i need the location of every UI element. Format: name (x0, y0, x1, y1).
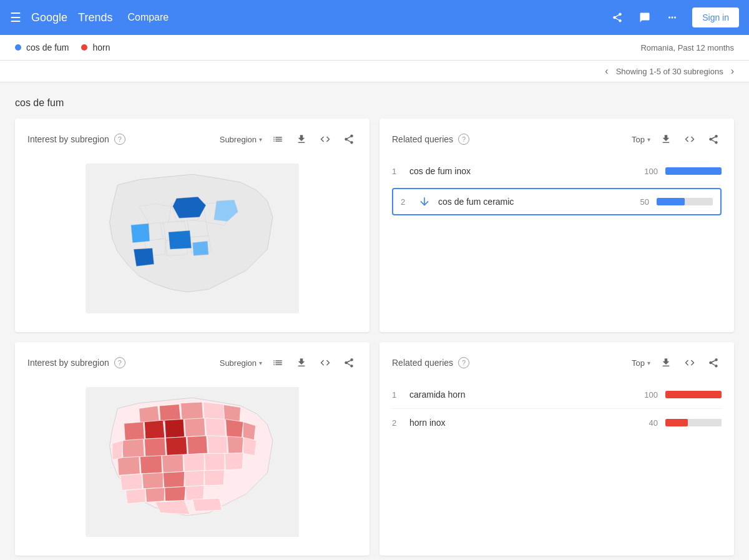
term1-dot (15, 44, 21, 51)
bar-fill-2-1 (665, 391, 722, 398)
map-card-2-title: Interest by subregion (27, 358, 109, 368)
map-2 (27, 381, 357, 543)
query-text-1-1[interactable]: cos de fum inox (409, 166, 632, 176)
menu-icon[interactable]: ☰ (10, 10, 21, 25)
query-score-1-2: 50 (630, 197, 649, 207)
bar-2-1 (665, 391, 722, 398)
embed-icon-2[interactable] (317, 355, 333, 371)
subregion-dropdown-1[interactable]: Subregion ▾ (220, 135, 262, 144)
notifications-icon[interactable] (637, 10, 652, 25)
download-queries-2[interactable] (658, 355, 674, 371)
query-item-2-1: 1 caramida horn 100 (392, 381, 722, 409)
queries-card-2-header: Related queries ? Top ▾ (392, 355, 722, 371)
queries-card-1-controls: Top ▾ (632, 131, 722, 147)
queries-card-2-title: Related queries (392, 358, 453, 368)
top-dropdown-1[interactable]: Top ▾ (632, 135, 650, 144)
list-view-icon-2[interactable] (270, 355, 286, 371)
queries-list-1: 1 cos de fum inox 100 2 cos de fum (392, 157, 722, 215)
list-view-icon-1[interactable] (270, 131, 286, 147)
map-card-2-title-area: Interest by subregion ? (27, 357, 125, 368)
queries-card-2-help[interactable]: ? (458, 357, 469, 368)
top-dropdown-arrow-1: ▾ (647, 136, 650, 143)
embed-queries-2[interactable] (682, 355, 698, 371)
region-label: Romania, Past 12 months (640, 43, 734, 52)
query-score-2-2: 40 (639, 418, 658, 428)
sign-in-button[interactable]: Sign in (692, 7, 739, 27)
top-dropdown-arrow-2: ▾ (647, 360, 650, 366)
query-num-2-2: 2 (392, 418, 402, 428)
map-card-1: Interest by subregion ? Subregion ▾ (15, 119, 370, 332)
share-icon[interactable] (610, 10, 625, 25)
share-queries-2[interactable] (705, 355, 722, 371)
query-item-1-1: 1 cos de fum inox 100 (392, 157, 722, 185)
query-score-2-1: 100 (639, 390, 658, 400)
queries-card-1: Related queries ? Top ▾ (379, 119, 734, 332)
terms-list: cos de fum horn (15, 42, 110, 52)
map-card-1-title-area: Interest by subregion ? (27, 134, 125, 145)
dropdown-arrow-1: ▾ (259, 136, 262, 143)
queries-card-1-help[interactable]: ? (458, 134, 469, 145)
map-1 (27, 157, 357, 320)
map-card-2: Interest by subregion ? Subregion ▾ (15, 342, 370, 556)
query-score-1-1: 100 (639, 167, 658, 176)
query-text-2-2[interactable]: horn inox (409, 418, 632, 428)
pagination-text: Showing 1-5 of 30 subregions (616, 67, 723, 76)
download-icon-2[interactable] (293, 355, 310, 371)
query-item-1-2: 2 cos de fum ceramic 50 (392, 188, 722, 215)
query-text-1-2[interactable]: cos de fum ceramic (438, 197, 623, 207)
header-actions: Sign in (610, 7, 739, 27)
term-item-1: cos de fum (15, 42, 69, 52)
term2-dot (81, 44, 87, 51)
section2-cards: Interest by subregion ? Subregion ▾ (15, 342, 734, 556)
download-queries-1[interactable] (658, 131, 674, 147)
section1-cards: Interest by subregion ? Subregion ▾ (15, 119, 734, 332)
map-card-2-controls: Subregion ▾ (220, 355, 357, 371)
map-card-1-header: Interest by subregion ? Subregion ▾ (27, 131, 357, 147)
map-card-1-help[interactable]: ? (114, 134, 125, 145)
term2-label: horn (92, 42, 110, 52)
apps-icon[interactable] (665, 10, 680, 25)
share-queries-1[interactable] (705, 131, 722, 147)
bar-fill-1-1 (665, 167, 722, 175)
logo[interactable]: Google Trends (31, 11, 112, 24)
query-num-1-2: 2 (401, 197, 411, 207)
download-icon-1[interactable] (293, 131, 310, 147)
map-card-1-title: Interest by subregion (27, 134, 109, 144)
term-item-2: horn (81, 42, 110, 52)
logo-trends: Trends (78, 11, 112, 24)
blue-map-svg (86, 164, 300, 313)
red-map-svg (86, 387, 300, 537)
queries-card-2: Related queries ? Top ▾ (379, 342, 734, 556)
prev-page-icon[interactable]: ‹ (605, 66, 608, 77)
bar-fill-1-2 (657, 198, 685, 205)
map-card-2-help[interactable]: ? (114, 357, 125, 368)
embed-icon-1[interactable] (317, 131, 333, 147)
map-card-2-header: Interest by subregion ? Subregion ▾ (27, 355, 357, 371)
sub-header: cos de fum horn Romania, Past 12 months (0, 35, 749, 61)
next-page-icon[interactable]: › (731, 66, 734, 77)
bar-fill-2-2 (665, 419, 688, 426)
share-icon-2[interactable] (341, 355, 357, 371)
down-arrow-icon (418, 195, 431, 208)
queries-card-2-title-area: Related queries ? (392, 357, 469, 368)
embed-queries-1[interactable] (682, 131, 698, 147)
app-header: ☰ Google Trends Compare Sign in (0, 0, 749, 35)
bar-1-1 (665, 167, 722, 175)
top-dropdown-2[interactable]: Top ▾ (632, 358, 650, 368)
bar-1-2 (657, 198, 713, 205)
term1-label: cos de fum (26, 42, 69, 52)
query-num-2-1: 1 (392, 390, 402, 400)
map-card-1-controls: Subregion ▾ (220, 131, 357, 147)
queries-list-2: 1 caramida horn 100 2 horn inox 40 (392, 381, 722, 436)
main-content: cos de fum Interest by subregion ? Subre… (0, 82, 749, 560)
pagination-bar: ‹ Showing 1-5 of 30 subregions › (0, 61, 749, 82)
query-text-2-1[interactable]: caramida horn (409, 390, 632, 400)
section1-title: cos de fum (15, 97, 734, 109)
queries-card-2-controls: Top ▾ (632, 355, 722, 371)
queries-card-1-header: Related queries ? Top ▾ (392, 131, 722, 147)
subregion-dropdown-2[interactable]: Subregion ▾ (220, 358, 262, 368)
query-num-1-1: 1 (392, 167, 402, 176)
share-icon-1[interactable] (341, 131, 357, 147)
logo-google: Google (31, 11, 67, 24)
query-item-2-2: 2 horn inox 40 (392, 409, 722, 436)
